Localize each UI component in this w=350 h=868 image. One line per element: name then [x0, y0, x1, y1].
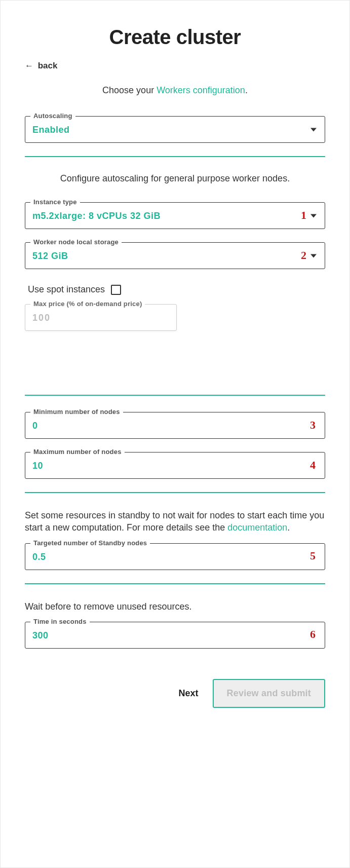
subtitle: Choose your Workers configuration. — [25, 85, 325, 96]
separator — [25, 492, 325, 493]
min-nodes-legend: Minimum number of nodes — [30, 408, 123, 416]
annotation-1: 1 — [301, 208, 306, 221]
arrow-left-icon: ← — [25, 61, 33, 70]
page-title: Create cluster — [25, 26, 325, 49]
max-price-input[interactable]: Max price (% of on-demand price) 100 — [25, 304, 177, 331]
annotation-4: 4 — [310, 458, 316, 471]
min-nodes-input[interactable]: Minimum number of nodes 0 3 — [25, 412, 325, 439]
autoscaling-config-desc: Configure autoscaling for general purpos… — [25, 173, 325, 184]
standby-desc-suffix: . — [287, 522, 290, 533]
instance-type-legend: Instance type — [30, 198, 80, 206]
max-price-value: 100 — [32, 313, 51, 323]
max-nodes-legend: Maximum number of nodes — [30, 448, 125, 456]
spot-instances-checkbox[interactable] — [111, 285, 121, 295]
standby-nodes-value: 0.5 — [32, 552, 46, 562]
autoscaling-value: Enabled — [32, 125, 70, 135]
create-cluster-page: Create cluster ← back Choose your Worker… — [0, 0, 350, 868]
standby-nodes-legend: Targeted number of Standby nodes — [30, 539, 150, 547]
max-nodes-value: 10 — [32, 461, 43, 471]
standby-nodes-input[interactable]: Targeted number of Standby nodes 0.5 5 — [25, 543, 325, 570]
max-price-legend: Max price (% of on-demand price) — [30, 300, 145, 308]
annotation-5: 5 — [310, 549, 316, 562]
storage-value: 512 GiB — [32, 251, 68, 261]
separator — [25, 395, 325, 396]
separator — [25, 156, 325, 157]
min-nodes-value: 0 — [32, 421, 38, 431]
footer-row: Next Review and submit — [25, 679, 325, 708]
back-link[interactable]: ← back — [25, 61, 57, 71]
max-nodes-input[interactable]: Maximum number of nodes 10 4 — [25, 452, 325, 479]
instance-type-value: m5.2xlarge: 8 vCPUs 32 GiB — [32, 211, 161, 221]
storage-legend: Worker node local storage — [30, 238, 122, 246]
autoscaling-select[interactable]: Autoscaling Enabled — [25, 116, 325, 143]
autoscaling-legend: Autoscaling — [30, 112, 75, 120]
next-button[interactable]: Next — [179, 688, 199, 699]
chevron-down-icon — [310, 214, 317, 217]
wait-seconds-value: 300 — [32, 630, 49, 640]
wait-seconds-input[interactable]: Time in seconds 300 6 — [25, 622, 325, 649]
workers-config-link[interactable]: Workers configuration — [157, 85, 245, 95]
annotation-2: 2 — [301, 248, 306, 261]
wait-desc: Wait before to remove unused resources. — [25, 600, 325, 613]
documentation-link[interactable]: documentation — [227, 522, 287, 533]
subtitle-suffix: . — [245, 85, 248, 95]
annotation-6: 6 — [310, 628, 316, 641]
annotation-3: 3 — [310, 418, 316, 431]
subtitle-prefix: Choose your — [102, 85, 157, 95]
separator — [25, 583, 325, 584]
review-submit-button[interactable]: Review and submit — [213, 679, 325, 708]
standby-desc: Set some resources in standby to not wai… — [25, 509, 325, 534]
storage-select[interactable]: Worker node local storage 512 GiB 2 — [25, 242, 325, 269]
back-label: back — [38, 61, 58, 70]
spot-instances-row: Use spot instances — [28, 284, 325, 295]
instance-type-select[interactable]: Instance type m5.2xlarge: 8 vCPUs 32 GiB… — [25, 202, 325, 229]
chevron-down-icon — [310, 254, 317, 257]
wait-seconds-legend: Time in seconds — [30, 618, 90, 625]
spot-instances-label: Use spot instances — [28, 284, 105, 295]
chevron-down-icon — [310, 128, 317, 131]
